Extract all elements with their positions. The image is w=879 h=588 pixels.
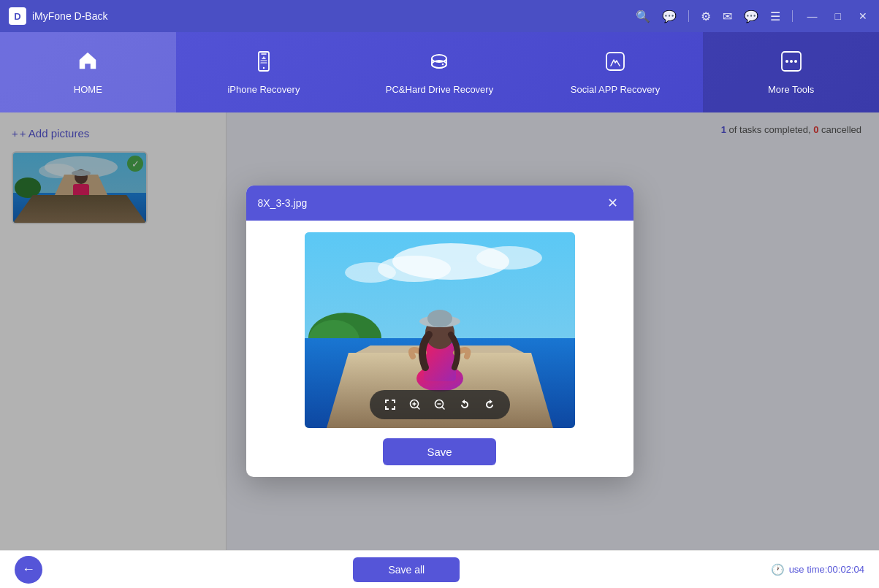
modal-body: Save	[246, 221, 633, 477]
titlebar-right: 🔍 💬 ⚙ ✉ 💬 ☰ — □ ✕	[636, 9, 870, 23]
nav-pc-recovery[interactable]: PC&Hard Drive Recovery	[351, 32, 528, 112]
zoom-out-button[interactable]	[430, 394, 450, 415]
separator	[688, 10, 689, 22]
app-logo: D	[9, 7, 26, 25]
preview-image	[305, 232, 575, 428]
modal-dialog: 8X_3-3.jpg ✕	[246, 186, 633, 477]
harddrive-icon	[427, 50, 451, 78]
mail-icon[interactable]: ✉	[723, 9, 732, 23]
titlebar-left: D iMyFone D-Back	[9, 7, 107, 25]
modal-close-button[interactable]: ✕	[604, 194, 622, 212]
svg-point-9	[794, 60, 797, 63]
modal-overlay: 8X_3-3.jpg ✕	[0, 112, 879, 550]
image-toolbar	[370, 390, 510, 419]
bottom-bar: ← Save all 🕐 use time:00:02:04	[0, 550, 879, 588]
more-icon	[780, 50, 803, 78]
main-content: + + Add pictures	[0, 112, 879, 550]
back-icon: ←	[22, 562, 35, 577]
modal-title: 8X_3-3.jpg	[258, 197, 308, 209]
modal-save-button[interactable]: Save	[383, 438, 495, 465]
settings-icon[interactable]: ⚙	[701, 9, 711, 23]
svg-point-24	[345, 262, 396, 283]
back-button[interactable]: ←	[15, 556, 42, 584]
zoom-in-button[interactable]	[405, 394, 425, 415]
nav-pc-label: PC&Hard Drive Recovery	[386, 84, 493, 95]
svg-point-7	[785, 60, 788, 63]
nav-home[interactable]: HOME	[0, 32, 176, 112]
use-time: 🕐 use time:00:02:04	[771, 563, 864, 576]
home-icon	[76, 50, 99, 78]
nav-more-tools[interactable]: More Tools	[703, 32, 879, 112]
nav-social-label: Social APP Recovery	[571, 84, 661, 95]
save-all-button[interactable]: Save all	[353, 557, 460, 582]
clock-icon: 🕐	[771, 563, 785, 576]
iphone-icon	[252, 50, 275, 78]
menu-icon[interactable]: ☰	[770, 9, 780, 23]
minimize-button[interactable]: —	[804, 9, 821, 23]
rotate-left-button[interactable]	[454, 394, 475, 415]
modal-header: 8X_3-3.jpg ✕	[246, 186, 633, 221]
nav-iphone-recovery[interactable]: iPhone Recovery	[176, 32, 352, 112]
nav-social-recovery[interactable]: Social APP Recovery	[528, 32, 704, 112]
titlebar: D iMyFone D-Back 🔍 💬 ⚙ ✉ 💬 ☰ — □ ✕	[0, 0, 879, 32]
discord-icon[interactable]: 💬	[662, 9, 677, 23]
maximize-button[interactable]: □	[832, 9, 844, 23]
search-icon[interactable]: 🔍	[636, 9, 650, 23]
app-title: iMyFone D-Back	[32, 10, 107, 22]
close-button[interactable]: ✕	[856, 9, 870, 23]
chat-icon[interactable]: 💬	[744, 9, 758, 23]
nav-home-label: HOME	[74, 84, 102, 95]
separator2	[792, 10, 793, 22]
use-time-label: use time:00:02:04	[789, 564, 864, 575]
svg-point-4	[442, 64, 444, 66]
svg-rect-5	[606, 53, 624, 70]
navbar: HOME iPhone Recovery PC&Hard Drive Recov…	[0, 32, 879, 112]
svg-point-23	[476, 246, 542, 270]
app-store-icon	[604, 50, 627, 78]
rotate-right-button[interactable]	[479, 394, 500, 415]
svg-point-1	[263, 67, 265, 69]
nav-iphone-label: iPhone Recovery	[227, 84, 300, 95]
fullscreen-button[interactable]	[380, 394, 400, 415]
svg-point-8	[790, 60, 793, 63]
svg-point-34	[427, 310, 452, 327]
nav-more-label: More Tools	[768, 84, 814, 95]
